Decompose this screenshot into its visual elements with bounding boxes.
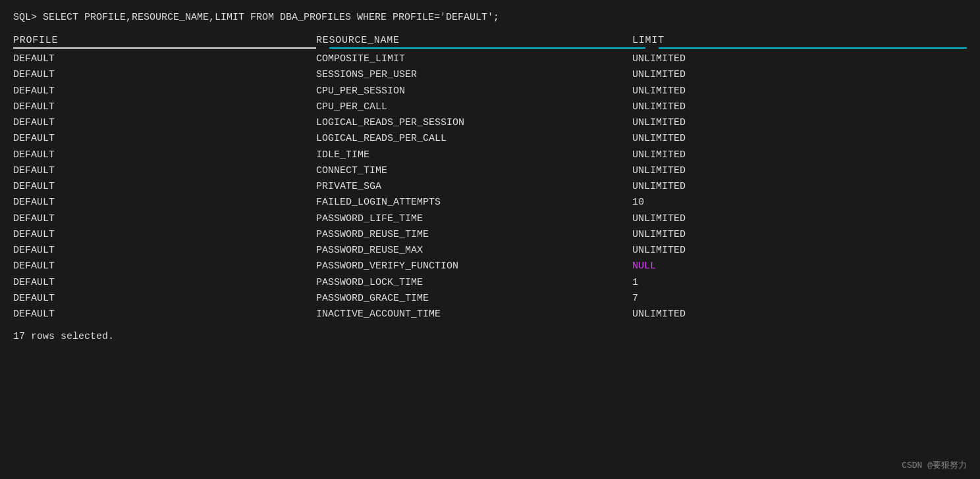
table-row: DEFAULTINACTIVE_ACCOUNT_TIMEUNLIMITED (13, 307, 967, 322)
table-row: DEFAULTPASSWORD_VERIFY_FUNCTIONNULL (13, 259, 967, 274)
cell-resource: SESSIONS_PER_USER (316, 67, 632, 82)
table-row: DEFAULTCPU_PER_CALLUNLIMITED (13, 99, 967, 114)
watermark: CSDN @要狠努力 (902, 459, 967, 471)
cell-resource: CONNECT_TIME (316, 163, 632, 178)
cell-profile: DEFAULT (13, 115, 316, 130)
cell-limit: 1 (632, 275, 967, 290)
cell-limit: 7 (632, 291, 967, 306)
table-row: DEFAULTPASSWORD_REUSE_MAXUNLIMITED (13, 243, 967, 258)
cell-limit: UNLIMITED (632, 115, 967, 130)
table-row: DEFAULTCONNECT_TIMEUNLIMITED (13, 163, 967, 178)
cell-profile: DEFAULT (13, 84, 316, 99)
cell-resource: PASSWORD_LOCK_TIME (316, 275, 632, 290)
cell-limit: UNLIMITED (632, 99, 967, 114)
header-divider (13, 47, 967, 49)
cell-limit: UNLIMITED (632, 147, 967, 163)
table-container: PROFILE RESOURCE_NAME LIMIT DEFAULTCOMPO… (13, 35, 967, 342)
cell-profile: DEFAULT (13, 211, 316, 226)
cell-limit: UNLIMITED (632, 67, 967, 82)
cell-resource: LOGICAL_READS_PER_CALL (316, 131, 632, 146)
cell-resource: PASSWORD_REUSE_MAX (316, 243, 632, 258)
cell-profile: DEFAULT (13, 291, 316, 306)
table-row: DEFAULTFAILED_LOGIN_ATTEMPTS10 (13, 195, 967, 210)
table-row: DEFAULTCPU_PER_SESSIONUNLIMITED (13, 84, 967, 99)
table-row: DEFAULTLOGICAL_READS_PER_SESSIONUNLIMITE… (13, 115, 967, 130)
table-row: DEFAULTPASSWORD_LIFE_TIMEUNLIMITED (13, 211, 967, 226)
cell-profile: DEFAULT (13, 147, 316, 163)
sql-command: SQL> SELECT PROFILE,RESOURCE_NAME,LIMIT … (13, 12, 967, 23)
cell-resource: FAILED_LOGIN_ATTEMPTS (316, 195, 632, 210)
table-row: DEFAULTSESSIONS_PER_USERUNLIMITED (13, 67, 967, 82)
cell-limit: UNLIMITED (632, 211, 967, 226)
header-profile: PROFILE (13, 35, 316, 46)
cell-resource: CPU_PER_CALL (316, 99, 632, 114)
divider-profile (13, 47, 316, 49)
table-row: DEFAULTPRIVATE_SGAUNLIMITED (13, 179, 967, 194)
table-row: DEFAULTCOMPOSITE_LIMITUNLIMITED (13, 51, 967, 66)
table-row: DEFAULTPASSWORD_REUSE_TIMEUNLIMITED (13, 227, 967, 242)
cell-limit: NULL (632, 259, 967, 274)
header-resource: RESOURCE_NAME (316, 35, 632, 46)
table-row: DEFAULTPASSWORD_GRACE_TIME7 (13, 291, 967, 306)
cell-profile: DEFAULT (13, 99, 316, 114)
cell-limit: UNLIMITED (632, 84, 967, 99)
cell-profile: DEFAULT (13, 131, 316, 146)
cell-limit: 10 (632, 195, 967, 210)
cell-resource: LOGICAL_READS_PER_SESSION (316, 115, 632, 130)
cell-limit: UNLIMITED (632, 51, 967, 66)
table-row: DEFAULTPASSWORD_LOCK_TIME1 (13, 275, 967, 290)
cell-resource: PRIVATE_SGA (316, 179, 632, 194)
cell-limit: UNLIMITED (632, 163, 967, 178)
cell-profile: DEFAULT (13, 179, 316, 194)
cell-profile: DEFAULT (13, 243, 316, 258)
cell-limit: UNLIMITED (632, 243, 967, 258)
cell-resource: COMPOSITE_LIMIT (316, 51, 632, 66)
cell-resource: PASSWORD_GRACE_TIME (316, 291, 632, 306)
table-row: DEFAULTLOGICAL_READS_PER_CALLUNLIMITED (13, 131, 967, 146)
cell-profile: DEFAULT (13, 259, 316, 274)
table-header: PROFILE RESOURCE_NAME LIMIT (13, 35, 967, 46)
cell-profile: DEFAULT (13, 227, 316, 242)
cell-limit: UNLIMITED (632, 227, 967, 242)
cell-profile: DEFAULT (13, 67, 316, 82)
cell-profile: DEFAULT (13, 275, 316, 290)
divider-resource (329, 47, 645, 49)
cell-profile: DEFAULT (13, 307, 316, 322)
cell-resource: PASSWORD_REUSE_TIME (316, 227, 632, 242)
table-row: DEFAULTIDLE_TIMEUNLIMITED (13, 147, 967, 163)
cell-limit: UNLIMITED (632, 179, 967, 194)
cell-resource: PASSWORD_LIFE_TIME (316, 211, 632, 226)
divider-limit (659, 47, 967, 49)
cell-limit: UNLIMITED (632, 307, 967, 322)
cell-profile: DEFAULT (13, 51, 316, 66)
cell-resource: INACTIVE_ACCOUNT_TIME (316, 307, 632, 322)
cell-resource: PASSWORD_VERIFY_FUNCTION (316, 259, 632, 274)
table-body: DEFAULTCOMPOSITE_LIMITUNLIMITEDDEFAULTSE… (13, 51, 967, 322)
cell-profile: DEFAULT (13, 195, 316, 210)
cell-resource: IDLE_TIME (316, 147, 632, 163)
cell-profile: DEFAULT (13, 163, 316, 178)
cell-limit: UNLIMITED (632, 131, 967, 146)
table-footer: 17 rows selected. (13, 331, 967, 342)
cell-resource: CPU_PER_SESSION (316, 84, 632, 99)
header-limit: LIMIT (632, 35, 967, 46)
